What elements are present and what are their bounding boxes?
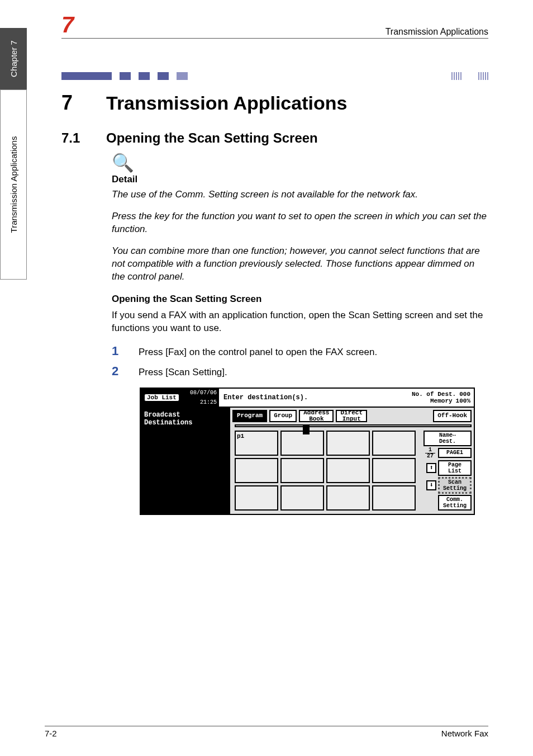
dest-cell[interactable] — [372, 458, 416, 483]
ss-status-area: No. of Dest. 000 Memory 100% — [401, 389, 474, 407]
comm-setting-button[interactable]: Comm. Setting — [438, 495, 472, 511]
dest-cell[interactable] — [280, 458, 324, 483]
step-1-number: 1 — [112, 344, 122, 358]
tab-address-book[interactable]: Address Book — [299, 410, 334, 422]
detail-para-3: You can combine more than one function; … — [112, 245, 488, 284]
ss-prompt: Enter destination(s). — [219, 389, 401, 407]
ss-left-panel: Broadcast Destinations — [141, 408, 230, 514]
no-of-dest-value: 000 — [459, 391, 470, 398]
ss-date: 08/07/06 — [190, 390, 217, 396]
tab-off-hook[interactable]: Off-Hook — [433, 410, 472, 422]
decorative-bar — [61, 72, 488, 80]
text-caret-icon — [303, 426, 310, 434]
page-frac-bottom: 27 — [427, 453, 434, 459]
running-header: 7 Transmission Applications — [61, 13, 488, 39]
side-tab-chapter: Chapter 7 — [0, 28, 27, 89]
chapter-number: 7 — [61, 91, 84, 115]
side-tab-section: Transmission Applications — [0, 89, 27, 280]
side-tab-section-label: Transmission Applications — [9, 136, 18, 233]
fax-screen-screenshot: Job List 08/07/06 21:25 Enter destinatio… — [140, 388, 475, 515]
dest-cell[interactable] — [326, 431, 370, 456]
ss-time: 21:25 — [200, 399, 217, 405]
running-header-title: Transmission Applications — [386, 27, 488, 37]
page1-button[interactable]: PAGE1 — [438, 448, 472, 458]
dest-cell[interactable] — [326, 458, 370, 483]
arrow-up-button[interactable]: ⬆ — [426, 463, 436, 473]
footer-page-number: 7-2 — [45, 729, 57, 738]
subheading: Opening the Scan Setting Screen — [112, 294, 488, 305]
section-number: 7.1 — [61, 130, 84, 146]
name-dest-button[interactable]: Name↔ Dest. — [423, 431, 472, 446]
page-list-button[interactable]: Page List — [438, 460, 472, 476]
side-tab-chapter-label: Chapter 7 — [9, 40, 18, 77]
page-frac-top: 1 — [429, 447, 432, 453]
ss-search-field[interactable] — [235, 424, 472, 427]
dest-cell[interactable] — [372, 485, 416, 511]
detail-para-1: The use of the Comm. Setting screen is n… — [112, 188, 488, 201]
memory-label: Memory — [430, 398, 453, 404]
footer-doc-title: Network Fax — [441, 729, 488, 738]
dest-cell[interactable] — [235, 485, 278, 511]
dest-cell-p1[interactable]: p1 — [235, 431, 278, 456]
tab-program[interactable]: Program — [232, 410, 267, 422]
dest-cell[interactable] — [235, 458, 278, 483]
tab-group[interactable]: Group — [269, 410, 297, 422]
intro-paragraph: If you send a FAX with an application fu… — [112, 309, 488, 335]
dest-cell[interactable] — [280, 431, 324, 456]
step-2: 2 Press [Scan Setting]. — [112, 364, 488, 379]
step-2-number: 2 — [112, 364, 122, 379]
no-of-dest-label: No. of Dest. — [412, 391, 456, 398]
detail-para-2: Press the key for the function you want … — [112, 210, 488, 236]
chapter-heading: 7 Transmission Applications — [61, 91, 488, 115]
magnifier-icon: 🔍 — [112, 154, 488, 172]
destination-grid: p1 — [235, 431, 416, 511]
dest-cell[interactable] — [326, 485, 370, 511]
step-1-text: Press [Fax] on the control panel to open… — [139, 347, 377, 358]
ss-tab-row: Program Group Address Book Direct Input … — [230, 408, 474, 422]
running-header-number: 7 — [61, 13, 74, 36]
step-1: 1 Press [Fax] on the control panel to op… — [112, 344, 488, 358]
scan-setting-button[interactable]: Scan Setting — [438, 477, 472, 494]
section-title: Opening the Scan Setting Screen — [106, 130, 318, 146]
section-heading: 7.1 Opening the Scan Setting Screen — [61, 130, 488, 146]
page-footer: 7-2 Network Fax — [45, 726, 488, 738]
dest-cell[interactable] — [372, 431, 416, 456]
memory-value: 100% — [456, 398, 470, 404]
ss-job-list-area: Job List 08/07/06 21:25 — [141, 389, 219, 407]
page-fraction: 1 27 — [425, 447, 435, 459]
chapter-title: Transmission Applications — [106, 92, 347, 114]
detail-label: Detail — [112, 174, 488, 185]
arrow-down-button[interactable]: ⬇ — [426, 480, 436, 490]
ss-side-button-col: Name↔ Dest. 1 27 PAGE1 ⬆ Page List — [418, 431, 472, 511]
job-list-button[interactable]: Job List — [144, 394, 179, 401]
step-2-text: Press [Scan Setting]. — [139, 367, 227, 378]
tab-direct-input[interactable]: Direct Input — [336, 410, 367, 422]
dest-cell[interactable] — [280, 485, 324, 511]
